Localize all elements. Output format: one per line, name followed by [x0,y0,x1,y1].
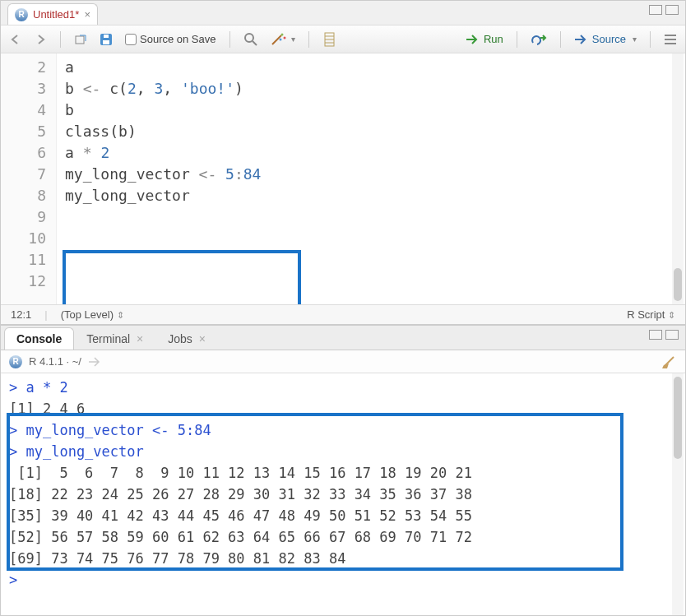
close-icon[interactable]: × [199,332,206,345]
code-line[interactable]: b [65,100,685,121]
console-output[interactable]: > a * 2[1] 2 4 6> my_long_vector <- 5:84… [1,373,685,615]
editor-toolbar: Source on Save ▾ Run Source ▾ [1,25,685,53]
source-on-save-label: Source on Save [140,33,216,45]
code-line[interactable]: a [65,57,685,78]
svg-point-8 [283,36,285,39]
console-output-line: [1] 5 6 7 8 9 10 11 12 13 14 15 16 17 18… [9,462,677,484]
outline-icon [664,34,677,45]
svg-rect-2 [103,40,109,44]
back-button[interactable] [9,33,22,46]
window-controls [649,5,679,15]
line-number: 7 [1,164,46,185]
maximize-pane-icon[interactable] [665,330,679,340]
line-number: 3 [1,78,46,100]
compile-report-button[interactable] [322,32,336,47]
notebook-icon [322,32,336,47]
code-line[interactable]: class(b) [65,121,685,142]
console-output-line: [52] 56 57 58 59 60 61 62 63 64 65 66 67… [9,526,677,548]
console-input-line: > a * 2 [9,377,677,398]
search-icon [243,32,258,47]
checkbox-icon [125,34,137,45]
console-output-line: [35] 39 40 41 42 43 44 45 46 47 48 49 50… [9,505,677,526]
minimize-pane-icon[interactable] [649,5,662,15]
console-input-line: > [9,569,677,591]
source-label: Source [592,33,626,45]
broom-icon [661,354,677,369]
code-line[interactable]: my_long_vector [65,185,685,206]
console-output-line: [69] 73 74 75 76 77 78 79 80 81 82 83 84 [9,548,677,569]
updown-icon: ⇕ [668,310,675,320]
close-icon[interactable]: × [137,332,143,345]
code-body[interactable]: ab <- c(2, 3, 'boo!')bclass(b)a * 2my_lo… [57,53,685,304]
line-number: 9 [1,206,46,228]
file-tab[interactable]: R Untitled1* × [7,3,98,25]
show-in-new-window-button[interactable] [74,33,87,46]
editor-pane: R Untitled1* × Source on Save [1,1,685,325]
dropdown-caret-icon: ▾ [291,35,295,44]
open-folder-icon[interactable] [88,356,101,368]
source-arrow-icon [574,34,589,45]
line-number: 4 [1,100,46,121]
line-number: 2 [1,57,46,78]
console-info-bar: R R 4.1.1 · ~/ [1,350,685,373]
file-tab-title: Untitled1* [33,8,79,21]
svg-rect-0 [76,36,84,44]
arrow-left-icon [9,33,22,46]
line-number: 8 [1,185,46,206]
tab-console[interactable]: Console [4,327,74,350]
tab-terminal[interactable]: Terminal × [74,327,155,350]
line-number: 10 [1,228,46,249]
maximize-pane-icon[interactable] [665,5,679,15]
r-logo-icon: R [9,355,22,368]
save-icon [99,32,114,47]
code-editor[interactable]: 23456789101112 ab <- c(2, 3, 'boo!')bcla… [1,53,685,304]
close-tab-icon[interactable]: × [84,8,90,21]
console-output-line: [18] 22 23 24 25 26 27 28 29 30 31 32 33… [9,484,677,505]
line-number: 12 [1,271,46,292]
language-selector[interactable]: R Script ⇕ [627,308,675,321]
console-vertical-scrollbar[interactable] [672,373,684,615]
console-input-line: > my_long_vector [9,441,677,462]
svg-point-9 [279,38,281,40]
line-number: 5 [1,121,46,142]
cursor-position: 12:1 [11,308,31,321]
scrollbar-thumb[interactable] [674,268,682,301]
console-output-line: [1] 2 4 6 [9,398,677,419]
line-number: 11 [1,249,46,271]
scrollbar-thumb[interactable] [674,377,682,459]
svg-rect-3 [104,35,109,38]
console-pane: Console Terminal × Jobs × R R 4.1.1 · ~/… [1,325,685,615]
rerun-icon [531,33,547,46]
rerun-button[interactable] [531,33,547,46]
code-tools-button[interactable]: ▾ [270,32,295,47]
find-button[interactable] [243,32,258,47]
console-input-line: > my_long_vector <- 5:84 [9,419,677,441]
line-number-gutter: 23456789101112 [1,53,57,304]
editor-vertical-scrollbar[interactable] [672,53,684,304]
save-button[interactable] [99,32,114,47]
scope-selector[interactable]: (Top Level) ⇕ [61,308,124,321]
code-line[interactable]: b <- c(2, 3, 'boo!') [65,78,685,100]
popout-icon [74,33,87,46]
run-label: Run [484,33,503,45]
forward-button[interactable] [34,33,47,46]
editor-tab-bar: R Untitled1* × [1,1,685,25]
source-button[interactable]: Source ▾ [574,33,637,45]
svg-point-4 [245,34,253,42]
svg-point-7 [280,33,283,35]
line-number: 6 [1,142,46,164]
run-button[interactable]: Run [466,33,503,45]
run-arrow-icon [466,34,480,45]
wand-icon [270,32,288,47]
editor-status-bar: 12:1 | (Top Level) ⇕ R Script ⇕ [1,304,685,324]
updown-icon: ⇕ [117,310,124,320]
outline-button[interactable] [664,34,677,45]
code-line[interactable]: my_long_vector <- 5:84 [65,164,685,185]
code-line[interactable]: a * 2 [65,142,685,164]
window-controls [649,330,679,340]
source-on-save-toggle[interactable]: Source on Save [125,33,216,45]
tab-jobs[interactable]: Jobs × [155,327,218,350]
minimize-pane-icon[interactable] [649,330,662,340]
arrow-right-icon [34,33,47,46]
clear-console-button[interactable] [661,354,677,369]
